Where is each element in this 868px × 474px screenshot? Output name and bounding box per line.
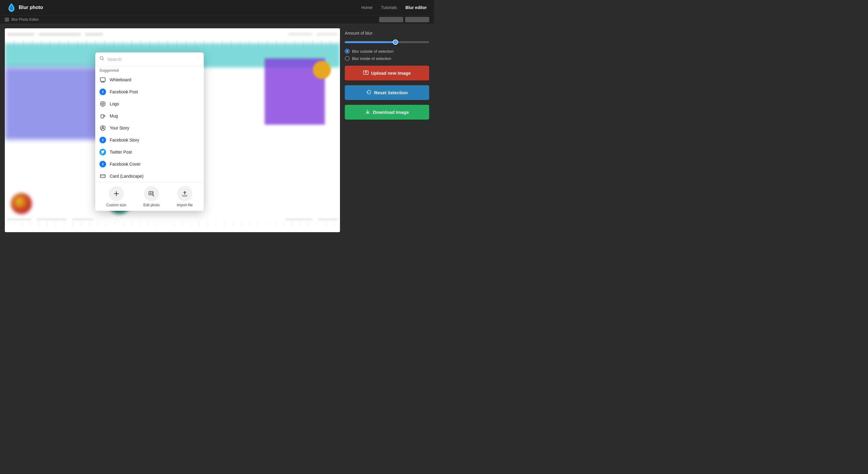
import-file-icon (177, 186, 192, 201)
breadcrumb-tabs (379, 17, 429, 22)
menu-item-your-story[interactable]: Your Story (95, 122, 204, 134)
mug-icon (99, 113, 106, 119)
radio-outside-circle (345, 49, 350, 54)
menu-item-twitter-post[interactable]: Twitter Post (95, 146, 204, 158)
breadcrumb-bar: Blur Photo Editor (0, 15, 434, 24)
blur-slider-container[interactable] (345, 39, 429, 45)
menu-item-facebook-cover[interactable]: f Facebook Cover (95, 158, 204, 170)
bottom-pill-3 (72, 218, 93, 221)
blur-pill-1 (7, 33, 34, 36)
radio-blur-inside[interactable]: Blur inside of selection (345, 56, 429, 61)
upload-button[interactable]: Upload new Image (345, 66, 429, 80)
svg-rect-11 (100, 175, 105, 178)
breadcrumb-home-icon (5, 18, 9, 22)
import-file-label: Import file (177, 203, 193, 207)
reset-icon (366, 90, 372, 96)
reset-button-label: Reset Selection (374, 90, 408, 95)
dropdown-panel: Suggested Whiteboard (95, 53, 204, 211)
custom-size-label: Custom size (106, 203, 126, 207)
facebook-cover-icon: f (99, 161, 106, 167)
search-icon (99, 56, 104, 62)
svg-point-10 (102, 127, 104, 128)
svg-line-1 (103, 59, 104, 60)
edit-photo-button[interactable]: Edit photo (144, 186, 160, 207)
whiteboard-icon (99, 76, 106, 83)
header: Blur photo Home Tutorials Blur editor (0, 0, 434, 15)
yellow-dot (313, 61, 331, 79)
breadcrumb-text: Blur Photo Editor (11, 18, 39, 22)
facebook-post-label: Facebook Post (110, 90, 138, 94)
radio-outside-label: Blur outside of selection (352, 49, 394, 54)
app-title: Blur photo (19, 5, 43, 10)
upload-icon (363, 70, 369, 76)
bottom-pill-5 (318, 218, 338, 221)
right-panel: Amount of blur: Blur outside of selectio… (345, 28, 429, 232)
flower-blob (11, 193, 32, 214)
bottom-blur-row (7, 217, 338, 222)
mug-label: Mug (110, 113, 118, 118)
svg-point-8 (102, 104, 103, 104)
edit-photo-icon (144, 186, 159, 201)
card-landscape-label: Card (Landscape) (110, 174, 144, 178)
menu-item-facebook-post[interactable]: f Facebook Post (95, 86, 204, 98)
upload-button-label: Upload new Image (371, 70, 411, 76)
radio-inside-label: Blur inside of selection (352, 56, 391, 61)
blur-type-radio-group: Blur outside of selection Blur inside of… (345, 49, 429, 61)
menu-item-card-landscape[interactable]: Card (Landscape) (95, 170, 204, 182)
spacer (74, 199, 89, 214)
menu-item-mug[interactable]: Mug (95, 110, 204, 122)
svg-point-16 (150, 193, 150, 193)
bottom-pill-1 (7, 218, 31, 221)
logo-label: Logo (110, 101, 119, 106)
edit-photo-label: Edit photo (144, 203, 160, 207)
import-file-button[interactable]: Import file (177, 186, 193, 207)
main-content: Suggested Whiteboard (0, 24, 434, 237)
search-bar (95, 53, 204, 66)
bottom-grid (5, 222, 340, 226)
suggested-label: Suggested (95, 66, 204, 74)
bottom-pill-4 (285, 218, 313, 221)
breadcrumb-tab-2 (405, 17, 429, 22)
custom-size-button[interactable]: Custom size (106, 186, 126, 207)
facebook-story-icon: f (99, 137, 106, 143)
slider-fill (345, 41, 396, 43)
dropdown-bottom-actions: Custom size Edit photo (95, 182, 204, 211)
header-left: Blur photo (7, 3, 43, 12)
menu-item-facebook-story[interactable]: f Facebook Story (95, 134, 204, 146)
facebook-cover-label: Facebook Cover (110, 162, 141, 167)
blur-amount-section: Amount of blur: Blur outside of selectio… (345, 31, 429, 61)
reset-button[interactable]: Reset Selection (345, 85, 429, 100)
facebook-story-label: Facebook Story (110, 138, 139, 142)
custom-size-icon (109, 186, 124, 201)
menu-item-whiteboard[interactable]: Whiteboard (95, 74, 204, 86)
canvas-area[interactable]: Suggested Whiteboard (5, 28, 340, 232)
facebook-post-icon: f (99, 89, 106, 95)
blur-pill-2 (38, 33, 81, 36)
radio-blur-outside[interactable]: Blur outside of selection (345, 49, 429, 54)
svg-rect-2 (100, 78, 105, 81)
blur-pill-3 (85, 33, 103, 36)
bottom-pill-2 (37, 218, 67, 221)
nav-tutorials[interactable]: Tutorials (381, 5, 397, 10)
whiteboard-label: Whiteboard (110, 77, 131, 82)
slider-track (345, 41, 429, 43)
header-nav: Home Tutorials Blur editor (361, 5, 427, 10)
menu-item-logo[interactable]: Logo (95, 98, 204, 110)
download-button[interactable]: Download Image (345, 105, 429, 120)
blur-amount-label: Amount of blur: (345, 31, 429, 36)
your-story-icon (99, 125, 106, 131)
top-blur-row (7, 32, 338, 37)
nav-home[interactable]: Home (361, 5, 373, 10)
breadcrumb-tab-1 (379, 17, 403, 22)
blur-canvas: Suggested Whiteboard (5, 28, 340, 232)
blur-pill-5 (316, 33, 338, 36)
nav-blur-editor[interactable]: Blur editor (405, 5, 427, 10)
download-button-label: Download Image (373, 110, 409, 115)
blur-pill-4 (288, 33, 312, 36)
download-icon (365, 109, 370, 115)
logo-icon (7, 3, 16, 12)
logo-icon (99, 101, 106, 107)
search-input[interactable] (107, 57, 199, 62)
svg-point-17 (153, 196, 154, 196)
twitter-post-icon (99, 149, 106, 156)
